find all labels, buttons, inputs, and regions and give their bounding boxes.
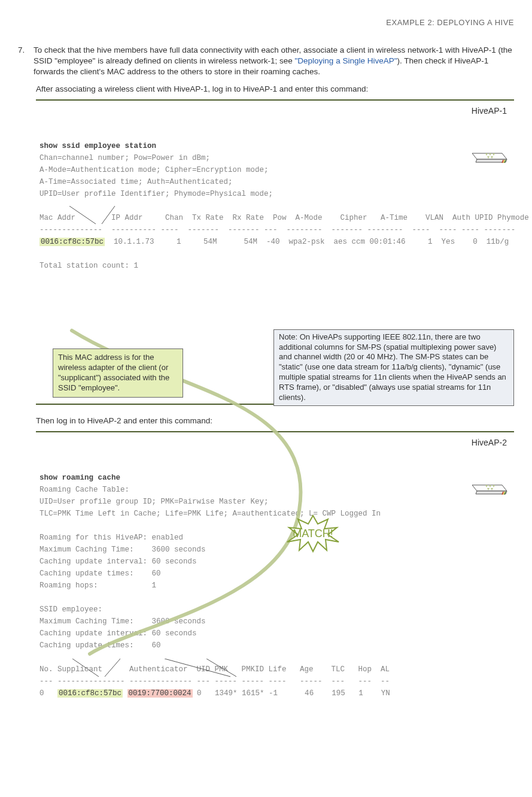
- callout-mac-supplicant: This MAC address is for the wireless ada…: [53, 349, 183, 398]
- term1-line: A-Mode=Authentication mode; Cipher=Encry…: [39, 166, 269, 174]
- term2-line: Caching update times: 60: [39, 641, 161, 650]
- term2-line: No. Supplicant Authenticator UID PMK PMK…: [39, 665, 390, 674]
- ap1-label: HiveAP-1: [472, 104, 507, 117]
- ap1-icon: [466, 119, 508, 190]
- term2-line: Maximum Caching Time: 3600 seconds: [39, 546, 206, 554]
- term2-line: SSID employee:: [39, 605, 102, 614]
- term2-row-prefix: 0: [39, 689, 57, 698]
- svg-text:MATCH!: MATCH!: [293, 528, 333, 540]
- term2-line: Maximum Caching Time: 3600 seconds: [39, 617, 206, 626]
- step-number: 7.: [18, 45, 34, 56]
- svg-marker-22: [287, 516, 339, 551]
- term2-line: UID=User profile group ID; PMK=Pairwise …: [39, 498, 269, 506]
- term1-line: Chan=channel number; Pow=Power in dBm;: [39, 154, 210, 162]
- intro-paragraph-1: After associating a wireless client with…: [36, 84, 514, 95]
- term1-command: show ssid employee station: [39, 142, 156, 150]
- term1-line: UPID=User profile Identifier; Phymode=Ph…: [39, 190, 273, 198]
- callout-80211n-note: Note: On HiveAPs supporting IEEE 802.11n…: [273, 329, 514, 406]
- term2-line: Caching update times: 60: [39, 569, 161, 578]
- term1-row-rest: 10.1.1.73 1 54M 54M -40 wpa2-psk aes ccm…: [105, 238, 509, 246]
- terminal-block-2: HiveAP-2 show roaming cache Roaming Cach…: [36, 431, 514, 797]
- term2-supplicant-highlight: 0016:cf8c:57bc: [57, 689, 123, 698]
- cross-ref-link[interactable]: "Deploying a Single HiveAP": [295, 56, 397, 65]
- term2-line: Roaming for this HiveAP: enabled: [39, 534, 183, 542]
- term2-line: TLC=PMK Time Left in Cache; Life=PMK Lif…: [39, 510, 381, 518]
- term2-row-rest: 0 1349* 1615* -1 46 195 1 YN: [193, 689, 390, 698]
- page-header-section: EXAMPLE 2: DEPLOYING A HIVE: [18, 18, 514, 27]
- ap2-icon: [466, 450, 508, 522]
- terminal-block-1: HiveAP-1 show ssid employee station Chan…: [36, 99, 514, 405]
- term2-line: --- --------------- -------------- --- -…: [39, 677, 390, 686]
- term2-line: Roaming Cache Table:: [39, 486, 129, 494]
- step-body: To check that the hive members have full…: [34, 45, 514, 78]
- ap2-label: HiveAP-2: [472, 436, 507, 449]
- term2-line: Caching update interval: 60 seconds: [39, 629, 197, 638]
- then-paragraph: Then log in to HiveAP-2 and enter this c…: [36, 416, 514, 426]
- term2-line: Caching update interval: 60 seconds: [39, 557, 197, 566]
- term1-mac-highlight: 0016:cf8c:57bc: [39, 238, 105, 246]
- term2-line: Roaming hops: 1: [39, 581, 156, 590]
- term1-tail: Total station count: 1: [39, 262, 138, 270]
- term1-line: -------------- ---------- ---- ------- -…: [39, 226, 515, 234]
- term2-command: show roaming cache: [39, 474, 120, 482]
- term1-line: A-Time=Associated time; Auth=Authenticat…: [39, 178, 233, 186]
- term2-authenticator-highlight: 0019:7700:0024: [127, 689, 193, 698]
- term1-line: Mac Addr IP Addr Chan Tx Rate Rx Rate Po…: [39, 214, 529, 222]
- step-7: 7. To check that the hive members have f…: [18, 45, 514, 78]
